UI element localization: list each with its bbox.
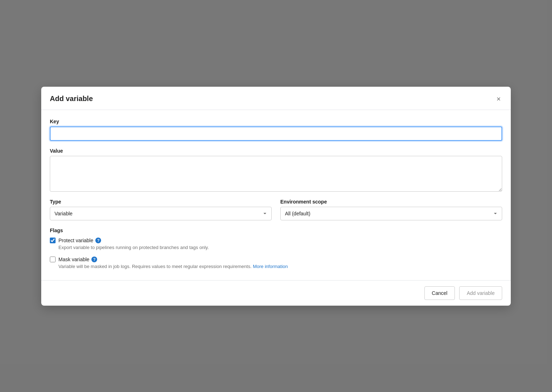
type-select[interactable]: Variable File <box>50 207 272 220</box>
type-select-wrapper: Variable File <box>50 207 272 220</box>
type-field-group: Type Variable File <box>50 199 272 220</box>
flags-title: Flags <box>50 228 502 233</box>
cancel-button[interactable]: Cancel <box>424 286 455 300</box>
modal-footer: Cancel Add variable <box>41 280 511 306</box>
key-field-group: Key <box>50 119 502 141</box>
protect-variable-description: Export variable to pipelines running on … <box>58 244 502 251</box>
mask-variable-label: Mask variable ? <box>58 257 97 262</box>
value-textarea[interactable] <box>50 156 502 192</box>
modal-overlay: Add variable × Key Value Type <box>0 0 552 392</box>
protect-flag-row: Protect variable ? <box>50 238 502 243</box>
flags-section: Flags Protect variable ? Export variable… <box>50 228 502 274</box>
protect-variable-flag: Protect variable ? Export variable to pi… <box>50 238 502 251</box>
protect-help-icon[interactable]: ? <box>95 238 101 243</box>
mask-flag-row: Mask variable ? <box>50 257 502 262</box>
protect-variable-checkbox[interactable] <box>50 238 56 243</box>
type-label: Type <box>50 199 272 205</box>
env-scope-select-wrapper: All (default) production staging develop… <box>280 207 502 220</box>
mask-variable-flag: Mask variable ? Variable will be masked … <box>50 257 502 270</box>
key-input[interactable] <box>50 126 502 141</box>
modal-body: Key Value Type Variable File <box>41 110 511 280</box>
close-button[interactable]: × <box>495 94 502 104</box>
value-field-group: Value <box>50 148 502 192</box>
mask-variable-description: Variable will be masked in job logs. Req… <box>58 263 502 270</box>
protect-variable-label: Protect variable ? <box>58 238 101 243</box>
add-variable-modal: Add variable × Key Value Type <box>41 87 511 306</box>
modal-header: Add variable × <box>41 87 511 110</box>
more-information-link[interactable]: More information <box>253 264 288 269</box>
modal-title: Add variable <box>50 95 93 103</box>
add-variable-button[interactable]: Add variable <box>459 286 502 300</box>
env-scope-field-group: Environment scope All (default) producti… <box>280 199 502 220</box>
close-icon: × <box>496 95 501 102</box>
env-scope-select[interactable]: All (default) production staging develop… <box>280 207 502 220</box>
value-label: Value <box>50 148 502 154</box>
env-scope-label: Environment scope <box>280 199 502 205</box>
key-label: Key <box>50 119 502 124</box>
mask-help-icon[interactable]: ? <box>91 257 97 262</box>
mask-variable-checkbox[interactable] <box>50 257 56 262</box>
type-env-row: Type Variable File Environment scope All… <box>50 199 502 220</box>
